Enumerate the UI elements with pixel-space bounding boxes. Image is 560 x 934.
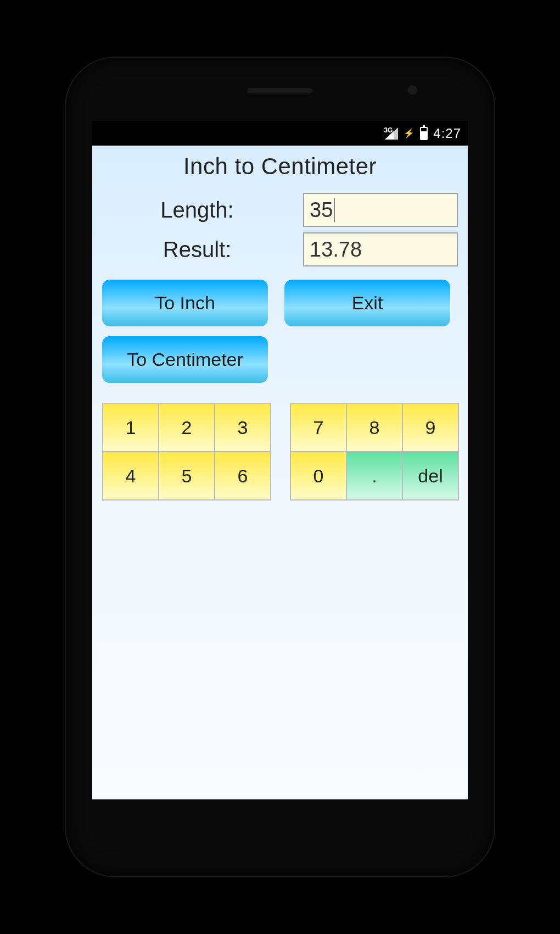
keypad-right: 7 8 9 0 . del: [290, 403, 459, 501]
to-centimeter-button[interactable]: To Centimeter: [102, 336, 268, 383]
key-7[interactable]: 7: [291, 404, 347, 452]
key-8[interactable]: 8: [347, 404, 403, 452]
status-bar: 3G ⚡ 4:27: [92, 121, 468, 146]
key-3[interactable]: 3: [215, 404, 271, 452]
result-label: Result:: [102, 237, 292, 262]
clock: 4:27: [433, 126, 461, 141]
exit-button[interactable]: Exit: [284, 280, 450, 326]
length-label: Length:: [102, 198, 292, 223]
result-output: 13.78: [303, 232, 458, 266]
charging-icon: ⚡: [404, 128, 415, 138]
key-0[interactable]: 0: [291, 452, 347, 501]
result-value: 13.78: [310, 238, 362, 262]
key-4[interactable]: 4: [103, 452, 159, 501]
length-value: 35: [310, 198, 333, 222]
battery-icon: [420, 127, 428, 140]
to-inch-button[interactable]: To Inch: [102, 280, 268, 326]
keypad-left: 1 2 3 4 5 6: [102, 403, 271, 501]
key-9[interactable]: 9: [403, 404, 459, 452]
network-label: 3G: [384, 126, 393, 134]
key-5[interactable]: 5: [159, 452, 215, 501]
key-2[interactable]: 2: [159, 404, 215, 452]
key-6[interactable]: 6: [215, 452, 271, 501]
key-dot[interactable]: .: [347, 452, 403, 501]
length-input[interactable]: 35: [303, 193, 458, 227]
key-1[interactable]: 1: [103, 404, 159, 452]
signal-icon: 3G: [385, 127, 398, 140]
page-title: Inch to Centimeter: [102, 153, 458, 180]
key-del[interactable]: del: [403, 452, 459, 501]
